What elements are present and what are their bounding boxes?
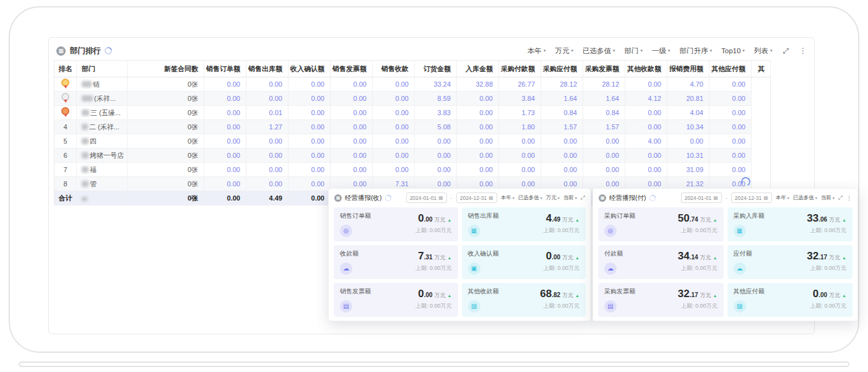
value-cell: 0.00 xyxy=(331,120,373,134)
metric-card[interactable]: 其他收款额▨68.82万元▲上期: 0.00万元 xyxy=(462,283,586,317)
value-cell: 4.04 xyxy=(667,106,710,120)
ranking-filter-dropdown[interactable]: 已选多值▾ xyxy=(583,46,615,56)
value-cell: 0.00 xyxy=(331,77,373,92)
metric-card[interactable]: 销售订单额◎0.00万元▲上期: 0.00万元 xyxy=(334,207,458,241)
chevron-down-icon: ▾ xyxy=(668,48,671,53)
metric-card[interactable]: 收款额☁7.31万元▲上期: 0.00万元 xyxy=(334,245,458,279)
metric-title: 应付额 xyxy=(734,249,752,258)
trend-up-icon: ▲ xyxy=(448,293,452,298)
table-row[interactable]: 7福0张0.000.000.000.000.000.000.000.000.00… xyxy=(54,163,771,177)
table-row[interactable]: 链0张0.000.000.000.000.0033.2432.8826.7728… xyxy=(54,77,771,92)
value-cell: 0.00 xyxy=(415,149,457,163)
column-header: 销售出库额 xyxy=(246,61,289,77)
table-row[interactable]: 三 (五缘...0张0.000.010.000.000.003.830.001.… xyxy=(54,106,771,120)
value-cell: 0.00 xyxy=(457,134,499,149)
metric-card[interactable]: 采购入库额▦33.06万元▲上期: 0.00万元 xyxy=(727,207,853,241)
value-decimal: .31 xyxy=(424,254,433,261)
refresh-spinner-icon[interactable] xyxy=(103,46,114,56)
value-cell: 0.00 xyxy=(289,92,331,106)
confirm-icon: ▣ xyxy=(468,262,480,275)
redacted-text xyxy=(82,152,89,158)
metric-value: 33.06万元▲ xyxy=(807,212,846,225)
trend-up-icon: ▲ xyxy=(842,256,846,260)
metric-card[interactable]: 采购订单额◎50.74万元▲上期: 0.00万元 xyxy=(598,207,724,241)
value-unit: 万元 xyxy=(562,292,573,298)
date-to-input[interactable]: 2024-12-31▦ xyxy=(731,192,772,203)
expand-icon[interactable]: ⤢ xyxy=(783,46,789,55)
chevron-down-icon: ▾ xyxy=(540,196,542,200)
panel-controls: 2024-01-01▦-2024-12-31▦本年▾已选多值▾万元▾当前▾⤢ xyxy=(406,192,585,203)
money-icon: ☁ xyxy=(734,262,746,275)
date-value: 2024-12-31 xyxy=(735,195,762,201)
metric-title: 其他收款额 xyxy=(468,287,499,296)
panel-controls: 2024-01-01▦-2024-12-31▦本年▾已选多值▾当前▾⤢⋮ xyxy=(681,192,852,203)
contracts-cell: 0张 xyxy=(128,92,204,106)
refresh-spinner-icon[interactable] xyxy=(648,194,657,202)
more-options-icon[interactable]: ⋮ xyxy=(799,46,807,55)
previous-period-value: 上期: 0.00万元 xyxy=(415,264,452,272)
panel-filter-dropdown[interactable]: 当前▾ xyxy=(563,194,577,202)
table-row[interactable]: 5四0张0.000.000.000.000.000.000.000.000.00… xyxy=(54,134,771,149)
value-unit: 万元 xyxy=(700,292,711,298)
metric-card[interactable]: 收入确认额▣0.00万元▲上期: 0.00万元 xyxy=(462,245,586,279)
metric-card[interactable]: 其他应付额▨0.00万元▲上期: 0.00万元 xyxy=(727,283,853,317)
panel-filter-dropdown[interactable]: 当前▾ xyxy=(821,194,835,202)
panel-filter-dropdown[interactable]: 万元▾ xyxy=(546,194,560,202)
table-row[interactable]: (禾祥...0张0.000.000.000.000.008.590.003.84… xyxy=(54,92,771,106)
ranking-filter-dropdown[interactable]: 部门升序▾ xyxy=(680,46,713,56)
value-cell: 0.84 xyxy=(541,106,583,120)
value-unit: 万元 xyxy=(700,217,711,223)
ranking-filter-dropdown[interactable]: 一级▾ xyxy=(652,46,671,56)
department-name: 四 xyxy=(90,137,97,145)
filter-label: 万元 xyxy=(555,46,569,56)
ranking-filter-dropdown[interactable]: 部门▾ xyxy=(624,46,643,56)
metric-card[interactable]: 应付额☁32.17万元▲上期: 0.00万元 xyxy=(727,245,853,279)
metric-card[interactable]: 销售发票额▤0.00万元▲上期: 0.00万元 xyxy=(334,283,458,317)
more-options-icon[interactable]: ⋮ xyxy=(846,195,852,201)
widget-grid-icon: ▦ xyxy=(599,194,606,202)
date-from-input[interactable]: 2024-01-01▦ xyxy=(681,192,722,203)
value-cell: 1.57 xyxy=(583,120,625,134)
ranking-filter-dropdown[interactable]: 本年▾ xyxy=(527,46,546,56)
value-decimal: .06 xyxy=(818,216,827,223)
value-decimal: .49 xyxy=(552,216,560,223)
date-from-input[interactable]: 2024-01-01▦ xyxy=(406,192,447,203)
table-row[interactable]: 4二 (禾祥...0张0.001.270.000.000.005.080.001… xyxy=(54,120,771,134)
expand-icon[interactable]: ⤢ xyxy=(581,194,585,201)
ranking-filter-dropdown[interactable]: 列表▾ xyxy=(754,46,773,56)
ranking-filter-dropdown[interactable]: 万元▾ xyxy=(555,46,573,56)
metric-card[interactable]: 销售出库额▦4.49万元▲上期: 0.00万元 xyxy=(462,207,586,241)
metric-title: 采购发票额 xyxy=(604,287,635,296)
value-unit: 万元 xyxy=(435,254,446,261)
value-cell: 0.00 xyxy=(710,149,752,163)
value-cell: 20.81 xyxy=(667,92,710,106)
department-name: 二 (禾祥... xyxy=(89,123,119,131)
stock-icon: ▦ xyxy=(734,225,746,237)
column-header: 采购付款额 xyxy=(499,61,541,77)
date-value: 2024-01-01 xyxy=(685,195,711,201)
chevron-down-icon: ▾ xyxy=(571,48,573,53)
value-cell: 0.00 xyxy=(373,163,415,177)
ranking-filter-dropdown[interactable]: Top10▾ xyxy=(721,47,745,54)
metric-title: 采购订单额 xyxy=(604,212,635,220)
date-to-input[interactable]: 2024-12-31▦ xyxy=(456,192,497,203)
panel-filter-dropdown[interactable]: 本年▾ xyxy=(501,194,514,202)
panel-filter-dropdown[interactable]: 已选多值▾ xyxy=(793,194,817,202)
chevron-down-icon: ▾ xyxy=(544,48,546,53)
redacted-text xyxy=(82,95,93,102)
expand-icon[interactable]: ⤢ xyxy=(838,194,843,201)
value-integer: 32 xyxy=(807,250,818,262)
table-row[interactable]: 6烤猪一号店0张0.000.000.000.000.000.000.000.00… xyxy=(54,149,771,163)
refresh-spinner-icon[interactable] xyxy=(384,194,393,202)
metric-card[interactable]: 采购发票额▤32.17万元▲上期: 0.00万元 xyxy=(598,283,724,317)
value-cell: 10.31 xyxy=(667,149,710,163)
value-decimal: .14 xyxy=(690,254,698,261)
trend-up-icon: ▲ xyxy=(575,218,579,222)
filter-label: 本年 xyxy=(776,194,786,202)
metric-title: 收款额 xyxy=(340,249,358,258)
metric-cards: 销售订单额◎0.00万元▲上期: 0.00万元销售出库额▦4.49万元▲上期: … xyxy=(329,207,591,322)
panel-filter-dropdown[interactable]: 已选多值▾ xyxy=(518,194,542,202)
value-cell: 0.00 xyxy=(541,149,583,163)
metric-card[interactable]: 付款额☁34.14万元▲上期: 0.00万元 xyxy=(598,245,724,279)
panel-filter-dropdown[interactable]: 本年▾ xyxy=(776,194,789,202)
